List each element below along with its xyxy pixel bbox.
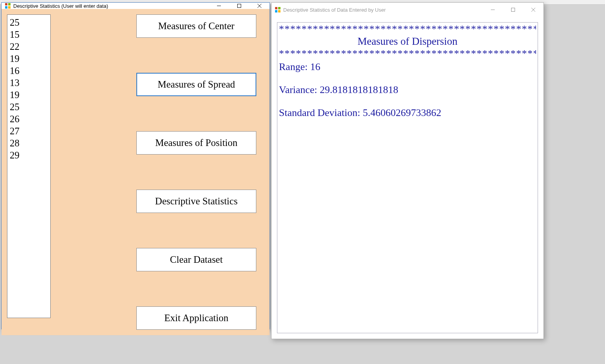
- svg-rect-5: [238, 4, 241, 8]
- variance-label: Variance:: [279, 84, 320, 95]
- button-column: Measures of Center Measures of Spread Me…: [136, 14, 256, 330]
- input-window: Descriptive Statistics (User will enter …: [1, 2, 270, 329]
- list-item[interactable]: 27: [10, 125, 48, 137]
- data-listbox[interactable]: 251522191613192526272829: [7, 14, 51, 318]
- stddev-label: Standard Deviation:: [279, 107, 363, 118]
- list-item[interactable]: 25: [10, 16, 48, 28]
- descriptive-statistics-button[interactable]: Descriptive Statistics: [136, 190, 256, 213]
- exit-application-button[interactable]: Exit Application: [136, 306, 256, 330]
- svg-rect-10: [275, 10, 277, 12]
- list-item[interactable]: 26: [10, 113, 48, 125]
- stddev-line: Standard Deviation: 5.46060269733862: [279, 107, 536, 119]
- stddev-value: 5.46060269733862: [363, 107, 441, 118]
- minimize-button[interactable]: [483, 3, 503, 17]
- maximize-button[interactable]: [229, 3, 249, 9]
- svg-rect-3: [8, 6, 11, 9]
- measures-of-spread-button[interactable]: Measures of Spread: [136, 73, 256, 96]
- svg-rect-9: [278, 7, 280, 9]
- svg-rect-0: [5, 3, 7, 5]
- output-textarea[interactable]: ****************************************…: [277, 22, 538, 333]
- maximize-button[interactable]: [503, 3, 523, 17]
- svg-rect-8: [275, 7, 277, 9]
- clear-dataset-button[interactable]: Clear Dataset: [136, 248, 256, 271]
- range-line: Range: 16: [279, 61, 536, 73]
- titlebar-output[interactable]: Descriptive Statistics of Data Entered b…: [272, 3, 543, 17]
- list-item[interactable]: 28: [10, 137, 48, 149]
- separator-line: ****************************************…: [279, 48, 536, 60]
- svg-rect-2: [5, 6, 7, 9]
- measures-of-center-button[interactable]: Measures of Center: [136, 14, 256, 38]
- output-window: Descriptive Statistics of Data Entered b…: [271, 2, 544, 339]
- minimize-button[interactable]: [209, 3, 229, 9]
- list-item[interactable]: 19: [10, 53, 48, 65]
- close-button[interactable]: [523, 3, 543, 17]
- variance-line: Variance: 29.8181818181818: [279, 84, 536, 96]
- svg-rect-1: [8, 3, 11, 5]
- variance-value: 29.8181818181818: [320, 84, 399, 95]
- output-window-body: ****************************************…: [272, 17, 543, 339]
- range-value: 16: [310, 61, 320, 72]
- separator-line: ****************************************…: [279, 23, 536, 35]
- window-title: Descriptive Statistics of Data Entered b…: [283, 7, 386, 13]
- output-heading: Measures of Dispersion: [279, 35, 536, 48]
- app-icon: [275, 7, 281, 13]
- list-item[interactable]: 29: [10, 149, 48, 161]
- svg-rect-11: [278, 10, 280, 12]
- titlebar-input[interactable]: Descriptive Statistics (User will enter …: [2, 3, 270, 9]
- list-item[interactable]: 15: [10, 28, 48, 40]
- close-button[interactable]: [249, 3, 270, 9]
- measures-of-position-button[interactable]: Measures of Position: [136, 131, 256, 155]
- list-item[interactable]: 25: [10, 101, 48, 113]
- svg-rect-13: [512, 8, 515, 12]
- list-item[interactable]: 16: [10, 65, 48, 77]
- list-item[interactable]: 19: [10, 89, 48, 101]
- app-icon: [5, 3, 11, 9]
- list-item[interactable]: 22: [10, 40, 48, 53]
- window-title: Descriptive Statistics (User will enter …: [13, 3, 108, 9]
- list-item[interactable]: 13: [10, 77, 48, 89]
- titlebar-controls: [209, 3, 270, 9]
- titlebar-controls: [483, 3, 543, 17]
- range-label: Range:: [279, 61, 310, 72]
- input-window-body: 251522191613192526272829 Measures of Cen…: [2, 9, 270, 335]
